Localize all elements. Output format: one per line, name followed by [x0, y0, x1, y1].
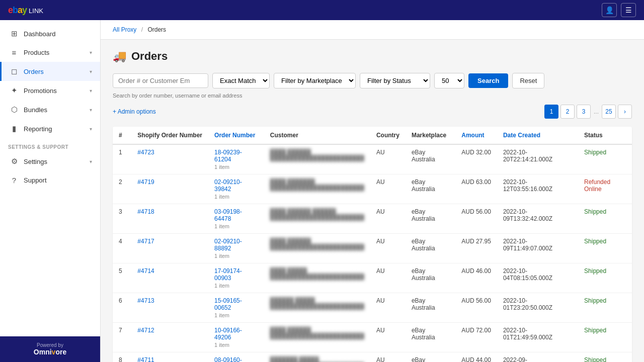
- menu-icon[interactable]: ☰: [621, 3, 636, 17]
- sidebar-item-dashboard[interactable]: ⊞ Dashboard: [0, 24, 100, 43]
- sidebar-item-products[interactable]: ≡ Products ▾: [0, 43, 100, 62]
- status-badge: Shipped: [584, 297, 606, 304]
- shopify-order-link[interactable]: #4723: [137, 149, 154, 156]
- page-title: Orders: [131, 50, 168, 63]
- row-date: 2022-10-12T03:55:16.000Z: [497, 174, 578, 204]
- reset-button[interactable]: Reset: [512, 73, 544, 88]
- admin-options-link[interactable]: + Admin options: [113, 108, 156, 115]
- order-number-link[interactable]: 15-09165-00652: [214, 297, 242, 311]
- row-country: AU: [370, 323, 406, 352]
- row-num: 5: [113, 263, 131, 293]
- sidebar-item-orders[interactable]: ◻ Orders ▾: [0, 62, 100, 81]
- row-customer: ███████ █████ ████████████████████████: [264, 352, 370, 363]
- order-number-link[interactable]: 18-09239-61204: [214, 149, 242, 163]
- marketplace-filter-select[interactable]: Filter by Marketplace eBay Australia eBa…: [274, 73, 356, 88]
- per-page-select[interactable]: 50 25 100: [434, 73, 464, 88]
- status-badge: Shipped: [584, 149, 606, 156]
- sidebar-item-reporting[interactable]: ▮ Reporting ▾: [0, 119, 100, 138]
- shopify-order-link[interactable]: #4719: [137, 178, 154, 186]
- settings-icon: ⚙: [10, 157, 19, 166]
- page-btn-2[interactable]: 2: [560, 105, 575, 119]
- shopify-order-link[interactable]: #4712: [137, 327, 154, 334]
- omnivore-accent: v: [52, 348, 56, 356]
- breadcrumb-parent[interactable]: All Proxy: [113, 26, 136, 33]
- table-row: 2 #4719 02-09210-39842 1 item ████ █████…: [113, 174, 632, 204]
- order-number-link[interactable]: 10-09166-49206: [214, 327, 242, 341]
- row-num: 7: [113, 323, 131, 352]
- row-status: Shipped: [578, 293, 632, 323]
- sidebar-item-bundles-label: Bundles: [24, 106, 47, 114]
- status-filter-select[interactable]: Filter by Status Shipped Refunded Online…: [360, 73, 430, 88]
- row-marketplace: eBay Australia: [406, 204, 455, 234]
- page-btn-3[interactable]: 3: [577, 105, 591, 119]
- customer-email: ████████████████████████: [270, 214, 364, 220]
- col-customer: Customer: [264, 127, 370, 144]
- row-amount: AUD 27.95: [455, 234, 497, 263]
- row-status: Shipped: [578, 204, 632, 234]
- order-number-link[interactable]: 03-09198-64478: [214, 208, 242, 222]
- orders-icon: ◻: [10, 67, 19, 76]
- support-icon: ?: [10, 176, 19, 185]
- row-order-number: 17-09174-00903 1 item: [208, 263, 264, 293]
- customer-name: ████ ██████: [270, 238, 364, 244]
- app-body: ⊞ Dashboard ≡ Products ▾ ◻ Orders ▾: [0, 20, 644, 362]
- status-badge: Shipped: [584, 327, 606, 334]
- customer-email: ████████████████████████: [270, 155, 364, 161]
- sidebar-item-support[interactable]: ? Support: [0, 171, 100, 190]
- top-navigation: ebay LINK 👤 ☰: [0, 0, 644, 20]
- shopify-order-link[interactable]: #4713: [137, 297, 154, 304]
- row-shopify: #4712: [131, 323, 208, 352]
- row-order-number: 10-09166-49206 1 item: [208, 323, 264, 352]
- row-shopify: #4718: [131, 204, 208, 234]
- order-number-link[interactable]: 02-09210-88892: [214, 238, 242, 252]
- row-num: 4: [113, 234, 131, 263]
- row-amount: AUD 72.00: [455, 323, 497, 352]
- shopify-order-link[interactable]: #4718: [137, 208, 154, 215]
- shopify-order-link[interactable]: #4714: [137, 267, 154, 275]
- customer-name: ██████ █████: [270, 297, 364, 303]
- order-number-link[interactable]: 02-09210-39842: [214, 178, 242, 193]
- reporting-chevron-icon: ▾: [90, 126, 92, 132]
- row-date: 2022-10-01T23:20:50.000Z: [497, 293, 578, 323]
- shopify-order-link[interactable]: #4711: [137, 356, 154, 362]
- sidebar-item-promotions[interactable]: ✦ Promotions ▾: [0, 81, 100, 100]
- customer-email: ████████████████████████: [270, 244, 364, 250]
- page-btn-25[interactable]: 25: [602, 105, 616, 119]
- item-count: 1 item: [214, 342, 258, 348]
- row-customer: ████ ██████ ████████████████████████: [264, 234, 370, 263]
- page-next-btn[interactable]: ›: [618, 105, 632, 119]
- pagination: 1 2 3 ... 25 ›: [544, 105, 632, 119]
- search-button[interactable]: Search: [468, 73, 508, 88]
- page-btn-1[interactable]: 1: [544, 105, 558, 119]
- user-icon[interactable]: 👤: [602, 3, 617, 17]
- col-amount[interactable]: Amount: [455, 127, 497, 144]
- top-nav-right: 👤 ☰: [602, 3, 636, 17]
- sidebar-item-settings[interactable]: ⚙ Settings ▾: [0, 152, 100, 171]
- order-number-link[interactable]: 08-09160-27737: [214, 356, 242, 362]
- row-marketplace: eBay Australia: [406, 323, 455, 352]
- row-country: AU: [370, 204, 406, 234]
- customer-name: ████ ███████: [270, 178, 364, 185]
- promotions-icon: ✦: [10, 86, 19, 95]
- orders-table: # Shopify Order Number Order Number Cust…: [113, 127, 632, 362]
- search-input[interactable]: [113, 73, 208, 88]
- reporting-icon: ▮: [10, 124, 19, 133]
- row-amount: AUD 46.00: [455, 263, 497, 293]
- row-amount: AUD 44.00: [455, 352, 497, 363]
- row-num: 6: [113, 293, 131, 323]
- row-status: Shipped: [578, 323, 632, 352]
- row-marketplace: eBay Australia: [406, 352, 455, 363]
- filter-hint: Search by order number, username or emai…: [113, 93, 632, 99]
- col-order-number[interactable]: Order Number: [208, 127, 264, 144]
- order-number-link[interactable]: 17-09174-00903: [214, 267, 242, 282]
- sidebar-item-bundles[interactable]: ⬡ Bundles ▾: [0, 100, 100, 119]
- customer-email: ████████████████████████: [270, 303, 364, 309]
- row-marketplace: eBay Australia: [406, 144, 455, 174]
- col-date-created[interactable]: Date Created: [497, 127, 578, 144]
- shopify-order-link[interactable]: #4717: [137, 238, 154, 245]
- sidebar-item-support-label: Support: [24, 176, 47, 184]
- row-shopify: #4719: [131, 174, 208, 204]
- match-type-select[interactable]: Exact Match Contains Starts With: [212, 73, 270, 88]
- row-num: 8: [113, 352, 131, 363]
- row-country: AU: [370, 293, 406, 323]
